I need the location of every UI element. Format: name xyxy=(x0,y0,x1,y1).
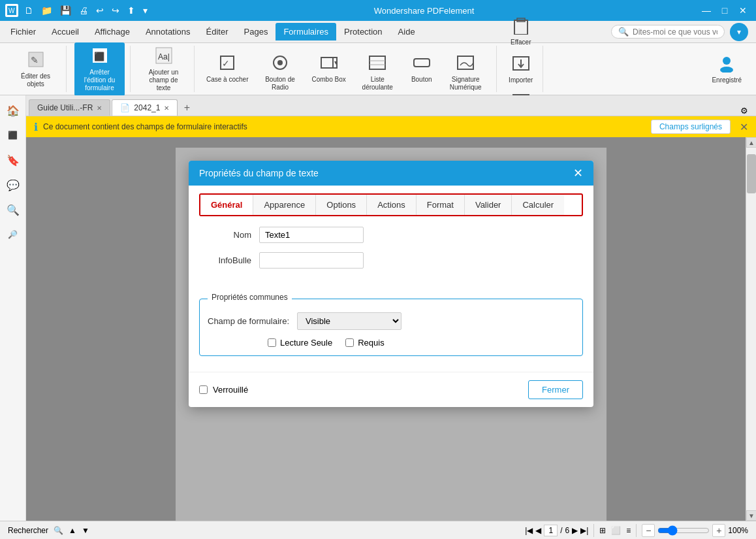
lecture-seule-checkbox[interactable] xyxy=(268,338,276,347)
minimize-button[interactable]: — xyxy=(699,4,714,17)
pdf-page: 2042 cerfa N°10330 * 19 14 ÉTAT CIVIL No… xyxy=(176,148,606,521)
expand-menu-icon[interactable]: ▾ xyxy=(730,23,748,41)
infobull-field-label: InfoBulle xyxy=(199,255,251,265)
tab-2042-label: 2042_1 xyxy=(134,103,160,112)
menu-aide[interactable]: Aide xyxy=(390,23,423,41)
new-icon[interactable]: 🗋 xyxy=(22,5,35,16)
page-prev-icon[interactable]: ◀ xyxy=(535,526,541,535)
modal-tab-apparence[interactable]: Apparence xyxy=(253,195,316,215)
modal-close-button[interactable]: ✕ xyxy=(573,166,583,180)
ribbon-btn-signature[interactable]: Signature Numérique xyxy=(441,51,491,94)
menu-editer[interactable]: Éditer xyxy=(198,23,236,41)
ribbon-btn-listbox[interactable]: Liste déroulante xyxy=(353,51,403,94)
ribbon-btn-button[interactable]: Bouton xyxy=(405,51,438,86)
undo-icon[interactable]: ↩ xyxy=(94,5,106,16)
ribbon-btn-combobox[interactable]: ▾ Combo Box xyxy=(307,51,349,86)
scroll-down-button[interactable]: ▼ xyxy=(746,510,756,521)
menu-annotations[interactable]: Annotations xyxy=(138,23,198,41)
find-icon[interactable]: 🔎 xyxy=(3,225,23,244)
ribbon-btn-importer[interactable]: Importer xyxy=(505,52,537,87)
requis-checkbox[interactable] xyxy=(345,338,354,347)
listbox-icon xyxy=(368,54,386,74)
infobull-input[interactable] xyxy=(259,252,364,269)
search-input[interactable] xyxy=(633,27,717,37)
lecture-seule-label: Lecture Seule xyxy=(280,338,332,348)
open-icon[interactable]: 📁 xyxy=(39,5,54,16)
menu-affichage[interactable]: Affichage xyxy=(87,23,138,41)
menu-pages[interactable]: Pages xyxy=(236,23,276,41)
search-up-icon[interactable]: 🔍 xyxy=(54,526,63,535)
app-icon: W xyxy=(5,4,18,17)
title-bar: W 🗋 📁 💾 🖨 ↩ ↪ ⬆ ▾ Wondershare PDFelement… xyxy=(0,0,756,21)
champ-formulaire-label: Champ de formulaire: xyxy=(208,316,289,326)
view-single-icon[interactable]: ⬜ xyxy=(611,526,621,535)
svg-text:✎: ✎ xyxy=(31,55,39,65)
add-tab-button[interactable]: + xyxy=(179,100,195,116)
radio-label: Bouton de Radio xyxy=(259,76,301,91)
champ-formulaire-select[interactable]: Visible Caché Visible mais non imprimabl… xyxy=(297,312,402,330)
page-last-icon[interactable]: ▶| xyxy=(580,526,588,535)
modal-footer: Verrouillé Fermer xyxy=(189,372,593,407)
zoom-slider[interactable] xyxy=(657,525,710,536)
print-icon[interactable]: 🖨 xyxy=(77,5,90,16)
tab-guide[interactable]: Guide Utili...-FR ✕ xyxy=(29,99,110,116)
close-button[interactable]: ✕ xyxy=(735,4,751,17)
ribbon-group-stop-edit: ⬛ Arrêter l'édition du formulaire xyxy=(69,46,131,92)
menu-fichier[interactable]: Fichier xyxy=(3,23,44,41)
checkbox-row: Lecture Seule Requis xyxy=(268,338,575,348)
champs-surlignes-button[interactable]: Champs surlignés xyxy=(651,120,731,134)
scrollbar-right[interactable]: ▲ ▼ xyxy=(746,137,756,521)
page-first-icon[interactable]: |◀ xyxy=(525,526,533,535)
signature-label: Signature Numérique xyxy=(445,76,487,91)
ribbon: ✎ Éditer des objets ⬛ Arrêter l'édition … xyxy=(0,43,756,95)
requis-item: Requis xyxy=(345,338,384,348)
modal-tab-calculer[interactable]: Calculer xyxy=(512,195,564,215)
modal-tab-actions[interactable]: Actions xyxy=(367,195,417,215)
view-scroll-icon[interactable]: ≡ xyxy=(626,526,631,535)
modal-tab-format[interactable]: Format xyxy=(417,195,465,215)
dropdown-icon[interactable]: ▾ xyxy=(141,5,150,16)
zoom-out-button[interactable]: − xyxy=(642,524,655,537)
tab-guide-close[interactable]: ✕ xyxy=(97,105,102,112)
menu-protection[interactable]: Protection xyxy=(336,23,390,41)
comment-icon[interactable]: 💬 xyxy=(3,175,23,195)
tab-2042[interactable]: 📄 2042_1 ✕ xyxy=(112,99,178,116)
share-icon[interactable]: ⬆ xyxy=(125,5,137,16)
ribbon-btn-effacer[interactable]: Effacer xyxy=(505,14,537,49)
search-next-icon[interactable]: ▼ xyxy=(82,526,89,535)
scroll-thumb[interactable] xyxy=(747,154,756,193)
status-bar-right: |◀ ◀ 1 / 6 ▶ ▶| ⊞ ⬜ ≡ − + 100% xyxy=(525,524,748,537)
zoom-in-button[interactable]: + xyxy=(712,524,725,537)
ribbon-btn-edit-objects[interactable]: ✎ Éditer des objets xyxy=(10,48,61,91)
ribbon-btn-registered[interactable]: Enregistré xyxy=(708,52,746,87)
save-icon[interactable]: 💾 xyxy=(58,5,73,16)
notification-close-icon[interactable]: ✕ xyxy=(740,121,748,133)
home-sidebar-icon[interactable]: 🏠 xyxy=(3,101,23,120)
nom-input[interactable] xyxy=(259,227,364,243)
bookmark-icon[interactable]: 🔖 xyxy=(3,150,23,170)
ribbon-btn-radio[interactable]: Bouton de Radio xyxy=(255,51,305,94)
menu-formulaires[interactable]: Formulaires xyxy=(276,23,336,41)
view-grid-icon[interactable]: ⊞ xyxy=(599,526,606,535)
settings-icon[interactable]: ⚙ xyxy=(740,106,748,116)
tab-2042-close[interactable]: ✕ xyxy=(164,105,169,112)
scroll-up-button[interactable]: ▲ xyxy=(746,137,756,148)
search-sidebar-icon[interactable]: 🔍 xyxy=(3,200,23,220)
ribbon-group-actions: Effacer Importer Exporter xyxy=(499,46,543,92)
search-prev-icon[interactable]: ▲ xyxy=(69,526,76,535)
maximize-button[interactable]: □ xyxy=(717,4,732,17)
modal-tab-valider[interactable]: Valider xyxy=(465,195,512,215)
modal-tab-general[interactable]: Général xyxy=(200,195,253,215)
verrouille-checkbox[interactable] xyxy=(199,385,208,394)
modal-tab-options[interactable]: Options xyxy=(316,195,367,215)
ribbon-btn-stop-edit[interactable]: ⬛ Arrêter l'édition du formulaire xyxy=(74,42,125,96)
menu-accueil[interactable]: Accueil xyxy=(44,23,87,41)
page-navigation: |◀ ◀ 1 / 6 ▶ ▶| xyxy=(525,525,588,536)
fermer-button[interactable]: Fermer xyxy=(528,380,583,399)
ribbon-btn-add-text[interactable]: Aa| Ajouter un champ de texte xyxy=(138,44,189,95)
thumbnail-icon[interactable]: ⬛ xyxy=(3,125,23,145)
svg-rect-18 xyxy=(414,59,430,67)
ribbon-btn-checkbox[interactable]: ✓ Case à cocher xyxy=(202,51,252,86)
page-next-icon[interactable]: ▶ xyxy=(572,526,578,535)
redo-icon[interactable]: ↪ xyxy=(110,5,121,16)
